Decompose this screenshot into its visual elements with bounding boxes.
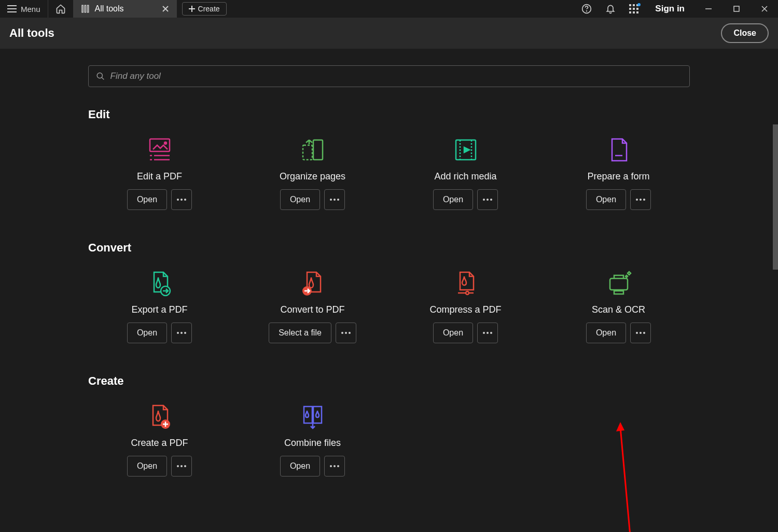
tool-prepare-a-form: Prepare a form Open [547,136,690,210]
help-button[interactable] [575,0,598,18]
titlebar-right: Sign in [575,0,778,18]
svg-point-51 [177,465,179,467]
tool-label: Compress a PDF [429,304,501,315]
tab-close-button[interactable] [161,5,170,13]
apps-badge-dot [637,3,641,6]
more-button[interactable] [477,323,498,343]
more-button[interactable] [630,189,651,210]
signin-button[interactable]: Sign in [646,4,694,14]
create-button[interactable]: Create [182,2,227,16]
hamburger-icon [7,5,17,12]
svg-point-48 [640,332,642,334]
section-title-create: Create [88,374,690,388]
more-button[interactable] [336,323,356,343]
tools-icon [80,4,90,13]
edit-pdf-icon [146,136,174,164]
svg-point-29 [490,199,492,201]
svg-rect-0 [82,5,83,12]
search-input[interactable] [110,71,682,81]
more-icon [341,332,351,334]
tool-label: Create a PDF [131,438,188,449]
tool-label: Edit a PDF [137,171,182,182]
svg-rect-22 [303,145,312,160]
more-icon [177,465,186,467]
close-icon [761,6,768,12]
tool-label: Organize pages [280,171,345,182]
svg-point-23 [330,199,332,201]
more-icon [177,332,186,334]
window-close-button[interactable] [751,0,778,18]
more-button[interactable] [171,189,192,210]
close-icon [162,6,169,12]
help-icon [581,4,592,14]
tool-export-a-pdf: Export a PDF Open [88,269,231,343]
more-button[interactable] [324,456,345,477]
open-button[interactable]: Open [586,323,626,343]
svg-point-36 [184,332,186,334]
section-row-create: Create a PDF Open Combine files Open [88,402,690,477]
open-button[interactable]: Open [280,456,320,477]
more-button[interactable] [477,189,498,210]
svg-point-20 [184,199,186,201]
svg-rect-21 [313,140,323,160]
open-button[interactable]: Open [280,189,320,210]
window-minimize-button[interactable] [695,0,722,18]
svg-rect-11 [629,11,631,13]
svg-point-32 [643,199,645,201]
svg-rect-12 [633,11,635,13]
select-file-button[interactable]: Select a file [269,323,331,343]
section-title-edit: Edit [88,108,690,121]
menu-button[interactable]: Menu [0,0,48,18]
more-button[interactable] [324,189,345,210]
open-button[interactable]: Open [433,323,473,343]
svg-point-17 [164,142,166,144]
open-button[interactable]: Open [586,189,626,210]
create-pdf-icon [146,402,174,430]
svg-rect-13 [636,11,638,13]
maximize-icon [733,6,740,12]
tool-compress-a-pdf: Compress a PDF Open [394,269,537,343]
window-maximize-button[interactable] [723,0,750,18]
tool-edit-a-pdf: Edit a PDF Open [88,136,231,210]
organize-pages-icon [299,136,327,164]
svg-point-35 [180,332,183,334]
tool-label: Prepare a form [587,171,649,182]
open-button[interactable]: Open [127,189,167,210]
subheader: All tools Close [0,18,778,49]
svg-rect-8 [629,8,631,10]
close-panel-button[interactable]: Close [721,23,769,43]
home-button[interactable] [48,0,73,18]
more-button[interactable] [171,456,192,477]
more-button[interactable] [630,323,651,343]
more-icon [636,332,645,334]
search-field[interactable] [88,65,690,87]
prepare-form-icon [605,136,633,164]
scrollbar[interactable] [773,124,778,270]
notifications-button[interactable] [599,0,622,18]
svg-point-19 [180,199,183,201]
open-button[interactable]: Open [127,323,167,343]
svg-point-41 [466,291,469,295]
svg-rect-9 [633,8,635,10]
open-button[interactable]: Open [433,189,473,210]
home-icon [55,4,66,14]
bell-icon [605,4,616,14]
svg-point-54 [330,465,332,467]
more-icon [177,199,186,201]
section-row-edit: Edit a PDF Open Organize pages Open [88,136,690,210]
more-button[interactable] [171,323,192,343]
tool-label: Scan & OCR [592,304,645,315]
tool-combine-files: Combine files Open [241,402,384,477]
export-pdf-icon [146,269,174,297]
compress-pdf-icon [452,269,480,297]
svg-point-25 [337,199,339,201]
svg-point-15 [97,73,102,78]
page-title: All tools [9,26,54,40]
svg-point-52 [180,465,183,467]
combine-files-icon [299,402,327,430]
tab-all-tools[interactable]: All tools [73,0,177,18]
svg-point-44 [490,332,492,334]
open-button[interactable]: Open [127,456,167,477]
convert-pdf-icon [299,269,327,297]
apps-button[interactable] [623,0,645,18]
